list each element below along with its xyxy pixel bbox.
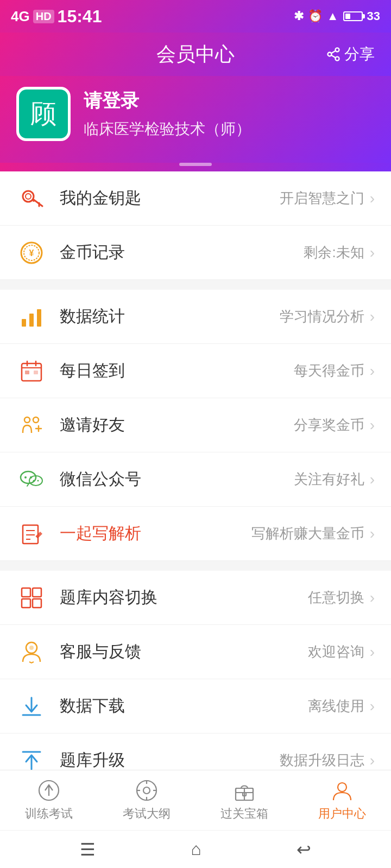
customer-service-desc: 欢迎咨询 (308, 642, 364, 661)
customer-service-icon (16, 637, 47, 667)
status-bar: 4G HD 15:41 ✱ ⏰ ▲ 33 (0, 0, 391, 33)
svg-rect-20 (25, 371, 29, 374)
svg-point-27 (24, 476, 27, 478)
menu-item-golden-key[interactable]: 我的金钥匙 开启智慧之门 › (0, 171, 391, 226)
share-button[interactable]: 分享 (326, 44, 375, 65)
svg-point-42 (29, 646, 34, 650)
nav-train-exam-label: 训练考试 (25, 806, 73, 822)
chevron-icon: › (370, 589, 375, 607)
svg-point-30 (33, 480, 35, 481)
menu-item-coin-record[interactable]: ¥ 金币记录 剩余:未知 › (0, 226, 391, 280)
status-right: ✱ ⏰ ▲ 33 (294, 9, 380, 23)
write-analysis-label: 一起写解析 (60, 522, 251, 545)
android-home-btn[interactable]: ⌂ (191, 839, 201, 859)
wifi-icon: ▲ (327, 9, 339, 23)
menu-item-invite-friends[interactable]: 邀请好友 分享奖金币 › (0, 398, 391, 452)
divider-1 (0, 280, 391, 290)
svg-rect-40 (33, 599, 41, 608)
wechat-icon (16, 464, 47, 495)
svg-line-3 (331, 55, 336, 58)
svg-line-4 (331, 51, 336, 54)
chevron-icon: › (370, 525, 375, 542)
battery-icon (343, 11, 363, 21)
coin-record-desc: 剩余:未知 (304, 243, 364, 262)
chevron-icon: › (370, 471, 375, 488)
data-stats-icon (16, 302, 47, 332)
golden-key-icon (16, 183, 47, 214)
svg-rect-16 (22, 363, 41, 381)
coin-icon: ¥ (16, 238, 47, 268)
menu-group-3: 题库内容切换 任意切换 › 客服与反馈 欢迎咨询 › (0, 571, 391, 788)
nav-item-exam-outline[interactable]: 考试大纲 (98, 770, 195, 830)
invite-friends-icon (16, 410, 47, 441)
invite-friends-label: 邀请好友 (60, 414, 294, 436)
chevron-icon: › (370, 362, 375, 380)
coin-record-label: 金币记录 (60, 241, 304, 264)
avatar-char: 顾 (30, 97, 56, 131)
menu-group-1: 我的金钥匙 开启智慧之门 › ¥ 金币记录 剩余:未知 › (0, 171, 391, 280)
time-display: 15:41 (58, 7, 102, 27)
nav-exam-outline-label: 考试大纲 (123, 806, 171, 822)
svg-rect-39 (22, 599, 30, 608)
menu-item-customer-service[interactable]: 客服与反馈 欢迎咨询 › (0, 625, 391, 679)
data-download-icon (16, 691, 47, 722)
menu-item-data-stats[interactable]: 数据统计 学习情况分析 › (0, 290, 391, 344)
battery-percent: 33 (367, 9, 380, 23)
menu-item-data-download[interactable]: 数据下载 离线使用 › (0, 679, 391, 733)
page-content: 我的金钥匙 开启智慧之门 › ¥ 金币记录 剩余:未知 › (0, 171, 391, 868)
svg-rect-14 (29, 314, 34, 327)
data-stats-desc: 学习情况分析 (280, 307, 364, 326)
bluetooth-icon: ✱ (294, 9, 304, 23)
daily-checkin-icon (16, 356, 47, 386)
login-text[interactable]: 请登录 (84, 88, 251, 113)
svg-point-2 (336, 57, 339, 61)
chevron-icon: › (370, 244, 375, 261)
svg-point-31 (37, 480, 39, 481)
wechat-label: 微信公众号 (60, 468, 294, 490)
chevron-icon: › (370, 643, 375, 661)
svg-rect-13 (22, 319, 26, 327)
menu-item-write-analysis[interactable]: 一起写解析 写解析赚大量金币 › (0, 507, 391, 561)
menu-item-switch-bank[interactable]: 题库内容切换 任意切换 › (0, 571, 391, 625)
svg-rect-15 (37, 309, 41, 327)
page-title: 会员中心 (156, 41, 235, 68)
data-download-label: 数据下载 (60, 695, 308, 717)
svg-rect-38 (33, 588, 41, 597)
svg-rect-21 (34, 371, 38, 374)
status-left: 4G HD 15:41 (11, 7, 102, 27)
write-analysis-icon (16, 519, 47, 549)
switch-bank-icon (16, 583, 47, 613)
avatar[interactable]: 顾 (16, 87, 71, 141)
customer-service-label: 客服与反馈 (60, 641, 308, 663)
svg-point-5 (23, 191, 34, 202)
svg-point-0 (336, 48, 339, 52)
nav-items: 训练考试 考试大纲 过关宝箱 (0, 770, 391, 830)
data-stats-label: 数据统计 (60, 305, 280, 328)
switch-bank-label: 题库内容切换 (60, 586, 308, 609)
nav-item-pass-treasure[interactable]: 过关宝箱 (195, 770, 293, 830)
nav-user-center-label: 用户中心 (318, 806, 366, 822)
page-header: 会员中心 分享 (0, 33, 391, 76)
android-menu-btn[interactable]: ☰ (80, 839, 96, 860)
svg-point-59 (338, 783, 346, 792)
nav-item-train-exam[interactable]: 训练考试 (0, 770, 98, 830)
golden-key-label: 我的金钥匙 (60, 187, 280, 209)
svg-point-1 (328, 53, 332, 56)
menu-item-daily-checkin[interactable]: 每日签到 每天得金币 › (0, 344, 391, 398)
menu-item-wechat[interactable]: 微信公众号 关注有好礼 › (0, 452, 391, 507)
bottom-nav: 训练考试 考试大纲 过关宝箱 (0, 770, 391, 868)
svg-point-50 (143, 787, 150, 794)
subject-text: 临床医学检验技术（师） (84, 119, 251, 139)
profile-info: 请登录 临床医学检验技术（师） (84, 88, 251, 139)
divider-2 (0, 561, 391, 571)
data-download-desc: 离线使用 (308, 697, 364, 716)
nav-pass-treasure-label: 过关宝箱 (220, 806, 268, 822)
svg-point-6 (26, 194, 31, 199)
android-back-btn[interactable]: ↩ (297, 839, 311, 860)
menu-group-2: 数据统计 学习情况分析 › 每日签到 每天得金币 › (0, 290, 391, 561)
alarm-icon: ⏰ (308, 9, 323, 23)
write-analysis-desc: 写解析赚大量金币 (251, 524, 364, 543)
switch-bank-desc: 任意切换 (308, 588, 364, 607)
svg-line-7 (34, 200, 42, 206)
nav-item-user-center[interactable]: 用户中心 (293, 770, 391, 830)
